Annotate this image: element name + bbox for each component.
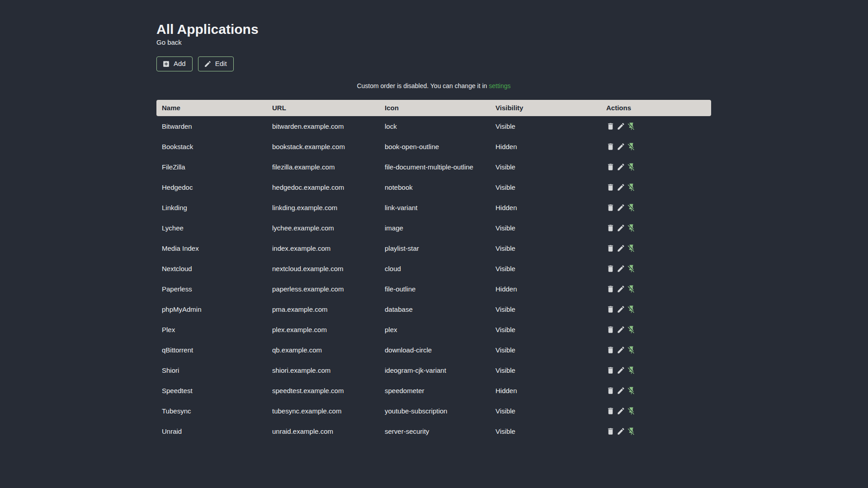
column-header-visibility: Visibility [490,100,601,116]
pencil-icon[interactable] [617,142,625,151]
pin-off-icon[interactable] [627,386,636,395]
delete-icon[interactable] [606,285,615,293]
row-actions [606,163,706,171]
row-actions [606,142,706,151]
pin-off-icon[interactable] [627,305,636,314]
app-icon-name: server-security [379,421,490,441]
app-icon-name: book-open-outline [379,136,490,157]
column-header-url: URL [267,100,379,116]
settings-link[interactable]: settings [489,82,510,89]
pencil-icon[interactable] [617,244,625,253]
app-url: plex.example.com [267,319,379,340]
delete-icon[interactable] [606,264,615,273]
app-visibility: Visible [490,238,601,258]
app-name: Bookstack [156,136,267,157]
pencil-icon[interactable] [617,427,625,436]
pencil-icon[interactable] [617,366,625,375]
pin-off-icon[interactable] [627,264,636,273]
app-icon-name: image [379,218,490,238]
pin-off-icon[interactable] [627,142,636,151]
pencil-icon[interactable] [617,285,625,293]
delete-icon[interactable] [606,203,615,212]
delete-icon[interactable] [606,142,615,151]
delete-icon[interactable] [606,386,615,395]
pin-off-icon[interactable] [627,203,636,212]
column-header-name: Name [156,100,267,116]
pencil-icon[interactable] [617,264,625,273]
pencil-icon[interactable] [617,407,625,415]
app-url: index.example.com [267,238,379,258]
app-name: Bitwarden [156,116,267,136]
app-url: lychee.example.com [267,218,379,238]
row-actions [606,244,706,253]
table-row: phpMyAdmin pma.example.com database Visi… [156,299,711,319]
table-row: Shiori shiori.example.com ideogram-cjk-v… [156,360,711,380]
table-row: Media Index index.example.com playlist-s… [156,238,711,258]
row-actions [606,264,706,273]
pin-off-icon[interactable] [627,244,636,253]
delete-icon[interactable] [606,224,615,232]
app-icon-name: database [379,299,490,319]
row-actions [606,305,706,314]
delete-icon[interactable] [606,183,615,192]
app-url: bitwarden.example.com [267,116,379,136]
pin-off-icon[interactable] [627,407,636,415]
toolbar: Add Edit [156,56,711,71]
app-icon-name: file-outline [379,279,490,299]
app-visibility: Visible [490,218,601,238]
app-url: filezilla.example.com [267,157,379,177]
app-url: paperless.example.com [267,279,379,299]
delete-icon[interactable] [606,325,615,334]
pencil-icon[interactable] [617,122,625,131]
app-visibility: Visible [490,157,601,177]
delete-icon[interactable] [606,407,615,415]
app-url: bookstack.example.com [267,136,379,157]
app-visibility: Visible [490,319,601,340]
delete-icon[interactable] [606,163,615,171]
pin-off-icon[interactable] [627,163,636,171]
app-url: speedtest.example.com [267,380,379,401]
pin-off-icon[interactable] [627,224,636,232]
table-row: Bookstack bookstack.example.com book-ope… [156,136,711,157]
table-row: qBittorrent qb.example.com download-circ… [156,340,711,360]
pin-off-icon[interactable] [627,285,636,293]
delete-icon[interactable] [606,427,615,436]
pin-off-icon[interactable] [627,366,636,375]
row-actions [606,224,706,232]
delete-icon[interactable] [606,244,615,253]
app-icon-name: download-circle [379,340,490,360]
app-url: pma.example.com [267,299,379,319]
pencil-icon[interactable] [617,305,625,314]
pin-off-icon[interactable] [627,427,636,436]
pin-off-icon[interactable] [627,122,636,131]
delete-icon[interactable] [606,366,615,375]
app-visibility: Hidden [490,279,601,299]
main-content: All Applications Go back Add Edit Custom… [156,0,711,441]
go-back-link[interactable]: Go back [156,38,182,46]
pencil-icon[interactable] [617,224,625,232]
app-name: qBittorrent [156,340,267,360]
delete-icon[interactable] [606,305,615,314]
pencil-icon[interactable] [617,346,625,354]
delete-icon[interactable] [606,346,615,354]
row-actions [606,183,706,192]
applications-table: NameURLIconVisibilityActions Bitwarden b… [156,100,711,441]
pin-off-icon[interactable] [627,346,636,354]
delete-icon[interactable] [606,122,615,131]
edit-button[interactable]: Edit [198,56,234,71]
table-row: Nextcloud nextcloud.example.com cloud Vi… [156,258,711,279]
add-button[interactable]: Add [156,56,193,71]
app-name: phpMyAdmin [156,299,267,319]
pin-off-icon[interactable] [627,325,636,334]
row-actions [606,386,706,395]
pin-off-icon[interactable] [627,183,636,192]
table-row: Lychee lychee.example.com image Visible [156,218,711,238]
table-row: Plex plex.example.com plex Visible [156,319,711,340]
pencil-icon[interactable] [617,183,625,192]
pencil-icon[interactable] [617,163,625,171]
pencil-icon[interactable] [617,203,625,212]
page-title: All Applications [156,22,711,37]
app-icon-name: notebook [379,177,490,197]
pencil-icon[interactable] [617,325,625,334]
pencil-icon[interactable] [617,386,625,395]
